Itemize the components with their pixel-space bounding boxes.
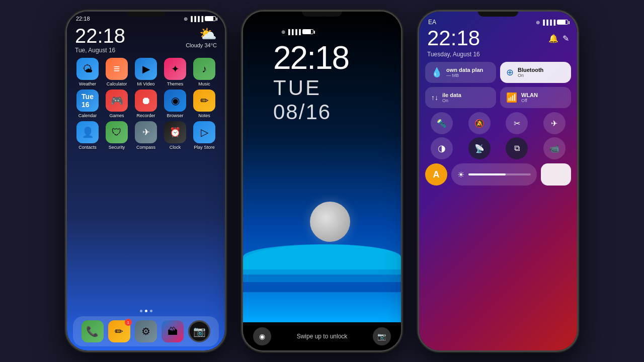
app-recorder[interactable]: ⏺ Recorder bbox=[133, 89, 159, 118]
lock-signal-icon: ▐▐▐▐ bbox=[287, 29, 301, 35]
cc-contrast-btn[interactable]: ◑ bbox=[431, 137, 453, 159]
playstore-label: Play Store bbox=[194, 145, 215, 150]
cc-wlan-tile[interactable]: 📶 WLAN Off bbox=[500, 87, 571, 108]
sticky-icon: ✏ 1 bbox=[108, 320, 130, 342]
page-dot-2 bbox=[145, 310, 147, 312]
clock-label: Clock bbox=[170, 145, 181, 150]
calculator-icon: ≡ bbox=[106, 58, 128, 80]
app-weather[interactable]: 🌤 Weather bbox=[74, 58, 101, 86]
weather-emoji: ⛅ bbox=[199, 26, 217, 42]
status-icons: ⊕ ▐▐▐▐ bbox=[184, 16, 216, 22]
brightness-bar bbox=[468, 173, 531, 175]
cc-ea-label: EA bbox=[428, 19, 436, 26]
cc-mute-btn[interactable]: 🔕 bbox=[468, 112, 491, 134]
clock-icon: ⏰ bbox=[164, 121, 186, 143]
cc-tiles-row2: ↑↓ ile data On 📶 WLAN Off bbox=[419, 87, 577, 108]
cc-scissors-btn[interactable]: ✂ bbox=[506, 112, 528, 134]
notch bbox=[126, 12, 166, 17]
browser-icon: ◉ bbox=[164, 89, 186, 112]
cc-icon-row1: 🔦 🔕 ✂ ✈ bbox=[419, 108, 577, 134]
compass-label: Compass bbox=[136, 145, 155, 150]
lock-time-area: 22:18 TUE 08/16 bbox=[258, 37, 364, 129]
notes-icon: ✏ bbox=[193, 89, 215, 112]
mivideo-icon: ▶ bbox=[135, 58, 157, 80]
bluetooth-tile-title: Bluetooth bbox=[518, 67, 565, 73]
settings-icon: ⚙ bbox=[135, 320, 157, 342]
app-playstore[interactable]: ▷ Play Store bbox=[191, 121, 217, 150]
calculator-label: Calculator bbox=[107, 81, 127, 86]
app-notes[interactable]: ✏ Notes bbox=[191, 89, 217, 118]
cc-bluetooth-tile[interactable]: ⊕ Bluetooth On bbox=[500, 62, 571, 83]
waves bbox=[243, 232, 401, 292]
app-calendar[interactable]: Tue16 Calendar bbox=[74, 89, 101, 118]
cc-icon-row2: ◑ 📡 ⧉ 📹 bbox=[419, 134, 577, 159]
home-dock: 📞 ✏ 1 ⚙ 🏔 📷 bbox=[73, 316, 219, 346]
home-time: 22:18 bbox=[75, 26, 125, 46]
cc-tiles-row1: 💧 own data plan — MB ⊕ Bluetooth On bbox=[419, 62, 577, 83]
games-label: Games bbox=[109, 113, 124, 118]
cc-avatar[interactable]: A bbox=[425, 163, 447, 186]
data2-sub: On bbox=[442, 98, 490, 103]
cc-bottom-controls: A ☀ bbox=[419, 159, 577, 186]
lock-right-btn[interactable]: 📷 bbox=[373, 327, 391, 345]
app-mivideo[interactable]: ▶ Mi Video bbox=[133, 58, 159, 86]
cc-location-btn[interactable]: 📡 bbox=[468, 137, 491, 159]
camera-icon: 📷 bbox=[188, 320, 210, 342]
bluetooth-tile-sub: On bbox=[518, 73, 565, 78]
cc-alarm-icon[interactable]: 🔔 bbox=[548, 34, 558, 43]
music-icon: ♪ bbox=[193, 58, 215, 80]
cc-mobile-data-tile[interactable]: 💧 own data plan — MB bbox=[425, 62, 496, 83]
app-compass[interactable]: ✈ Compass bbox=[133, 121, 159, 150]
lock-battery-icon bbox=[302, 29, 313, 34]
weather-text: Cloudy 34°C bbox=[186, 42, 217, 48]
app-games[interactable]: 🎮 Games bbox=[104, 89, 130, 118]
compass-icon: ✈ bbox=[135, 121, 157, 143]
moon-wave-scene bbox=[243, 192, 401, 292]
dock-phone[interactable]: 📞 bbox=[79, 320, 106, 342]
app-calculator[interactable]: ≡ Calculator bbox=[104, 58, 130, 86]
themes-label: Themes bbox=[167, 81, 184, 86]
cc-video-btn[interactable]: 📹 bbox=[543, 137, 566, 159]
cc-music-control[interactable] bbox=[541, 163, 571, 186]
cc-cast-btn[interactable]: ⧉ bbox=[506, 137, 528, 159]
dock-camera[interactable]: 📷 bbox=[186, 320, 212, 342]
dock-settings[interactable]: ⚙ bbox=[133, 320, 159, 342]
bluetooth-tile-info: Bluetooth On bbox=[518, 67, 565, 78]
page-dot-1 bbox=[140, 310, 142, 312]
cc-flashlight-btn[interactable]: 🔦 bbox=[431, 112, 453, 134]
cc-edit-icon[interactable]: ✎ bbox=[562, 34, 569, 43]
app-clock[interactable]: ⏰ Clock bbox=[162, 121, 188, 150]
status-time: 22:18 bbox=[76, 16, 90, 22]
contacts-label: Contacts bbox=[78, 145, 97, 150]
recorder-icon: ⏺ bbox=[135, 89, 157, 112]
dock-notes[interactable]: ✏ 1 bbox=[106, 320, 132, 342]
browser-label: Browser bbox=[167, 113, 183, 118]
dock-photos[interactable]: 🏔 bbox=[159, 320, 186, 342]
cc-date-row: Tuesday, August 16 bbox=[419, 51, 577, 62]
weather-app-label: Weather bbox=[79, 81, 96, 86]
home-weather-widget: ⛅ Cloudy 34°C bbox=[186, 26, 217, 48]
cc-date-text: Tuesday, August 16 bbox=[427, 51, 480, 58]
app-music[interactable]: ♪ Music bbox=[191, 58, 217, 86]
page-dot-3 bbox=[150, 310, 152, 312]
data-sub: — MB bbox=[446, 73, 490, 78]
app-security[interactable]: 🛡 Security bbox=[104, 121, 130, 150]
lock-left-btn[interactable]: ◉ bbox=[253, 327, 271, 345]
lock-bluetooth-icon: ⊕ bbox=[281, 29, 285, 35]
apps-area: 🌤 Weather ≡ Calculator ▶ Mi Video ✦ Them… bbox=[67, 54, 225, 308]
page-dots bbox=[67, 308, 225, 314]
app-contacts[interactable]: 👤 Contacts bbox=[74, 121, 101, 150]
games-icon: 🎮 bbox=[106, 89, 128, 112]
app-row-3: 👤 Contacts 🛡 Security ✈ Compass ⏰ Clock bbox=[73, 121, 219, 150]
cc-bluetooth-icon: ⊕ bbox=[536, 20, 540, 25]
app-browser[interactable]: ◉ Browser bbox=[162, 89, 188, 118]
app-row-2: Tue16 Calendar 🎮 Games ⏺ Recorder ◉ Brow… bbox=[73, 89, 219, 118]
lock-day: TUE bbox=[273, 76, 349, 100]
cc-mobile-data2-tile[interactable]: ↑↓ ile data On bbox=[425, 87, 496, 108]
themes-icon: ✦ bbox=[164, 58, 186, 80]
lock-time: 22:18 bbox=[273, 42, 349, 74]
security-label: Security bbox=[109, 145, 125, 150]
cc-airplane-btn[interactable]: ✈ bbox=[543, 112, 566, 134]
app-themes[interactable]: ✦ Themes bbox=[162, 58, 188, 86]
cc-brightness-control[interactable]: ☀ bbox=[451, 163, 537, 186]
